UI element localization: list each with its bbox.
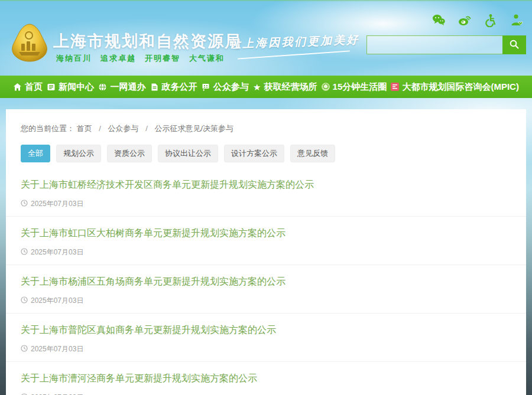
disclosure-icon xyxy=(150,83,159,92)
tab-feedback[interactable]: 意见反馈 xyxy=(290,145,335,162)
breadcrumb-separator: / xyxy=(145,124,148,133)
nav-item-news[interactable]: 新闻中心 xyxy=(47,81,94,93)
content-card: 您的当前位置： 首页 / 公众参与 / 公示征求意见/决策参与 全部 规划公示 … xyxy=(6,109,526,395)
wechat-icon[interactable] xyxy=(432,13,446,27)
clock-icon xyxy=(21,248,28,257)
list-item: 关于上海市漕河泾商务单元更新提升规划实施方案的公示 2025年07月03日 xyxy=(6,362,526,395)
search-input[interactable] xyxy=(366,35,502,54)
site-title: 上海市规划和自然资源局 xyxy=(53,31,242,52)
clock-icon xyxy=(21,345,28,354)
nav-item-participation[interactable]: 公众参与 xyxy=(202,81,249,93)
bureau-seal-logo xyxy=(11,22,48,64)
list-item: 关于上海市虹口区大柏树商务单元更新提升规划实施方案的公示 2025年07月03日 xyxy=(6,217,526,265)
news-icon xyxy=(47,83,56,92)
nav-item-business-premises[interactable]: ★ 获取经营场所 xyxy=(253,81,317,93)
announcement-list: 关于上海市虹桥经济技术开发区商务单元更新提升规划实施方案的公示 2025年07月… xyxy=(6,168,526,395)
tab-agreement-transfer-notice[interactable]: 协议出让公示 xyxy=(158,145,218,162)
date-text: 2025年07月03日 xyxy=(31,344,83,354)
date-text: 2025年07月03日 xyxy=(31,393,83,395)
announcement-date: 2025年07月03日 xyxy=(21,247,511,257)
filter-tabs: 全部 规划公示 资质公示 协议出让公示 设计方案公示 意见反馈 xyxy=(21,145,511,162)
site-motto: 让上海因我们更加美好 xyxy=(229,32,366,52)
breadcrumb-current[interactable]: 公示征求意见/决策参与 xyxy=(154,124,233,133)
announcement-link[interactable]: 关于上海市漕河泾商务单元更新提升规划实施方案的公示 xyxy=(21,373,511,385)
home-icon xyxy=(13,83,22,92)
site-header: 上海市规划和自然资源局 海纳百川 追求卓越 开明睿智 大气谦和 让上海因我们更加… xyxy=(0,0,532,76)
breadcrumb-prefix: 您的当前位置： xyxy=(21,124,74,133)
breadcrumb-separator: / xyxy=(99,124,101,133)
nav-label: 获取经营场所 xyxy=(264,81,317,93)
nav-label: 公众参与 xyxy=(213,81,249,93)
nav-label: 15分钟生活圈 xyxy=(333,81,387,93)
clock-icon xyxy=(21,200,28,208)
nav-item-services[interactable]: 一网通办 xyxy=(98,81,145,93)
announcement-link[interactable]: 关于上海市虹桥经济技术开发区商务单元更新提升规划实施方案的公示 xyxy=(21,179,511,191)
announcement-date: 2025年07月03日 xyxy=(21,393,511,395)
date-text: 2025年07月03日 xyxy=(31,247,83,257)
list-item: 关于上海市虹桥经济技术开发区商务单元更新提升规划实施方案的公示 2025年07月… xyxy=(6,168,526,217)
nav-item-mpic[interactable]: 大都市规划国际咨询会(MPIC) xyxy=(391,81,519,93)
announcement-link[interactable]: 关于上海市普陀区真如商务单元更新提升规划实施方案的公示 xyxy=(21,324,511,337)
motto-underline xyxy=(238,50,350,59)
date-text: 2025年07月03日 xyxy=(31,296,83,306)
breadcrumb: 您的当前位置： 首页 / 公众参与 / 公示征求意见/决策参与 xyxy=(6,109,526,134)
nav-item-disclosure[interactable]: 政务公开 xyxy=(150,81,197,93)
nav-label: 一网通办 xyxy=(110,81,145,93)
tab-design-plan-notice[interactable]: 设计方案公示 xyxy=(224,145,284,162)
announcement-link[interactable]: 关于上海市虹口区大柏树商务单元更新提升规划实施方案的公示 xyxy=(21,227,511,240)
breadcrumb-participation[interactable]: 公众参与 xyxy=(108,124,139,133)
announcement-date: 2025年07月03日 xyxy=(21,199,511,209)
participation-icon xyxy=(202,83,210,92)
nav-item-life-circle[interactable]: 15分钟生活圈 xyxy=(322,81,387,93)
tab-qualification-notice[interactable]: 资质公示 xyxy=(107,145,152,162)
clock-icon xyxy=(21,296,28,305)
nav-label: 首页 xyxy=(25,81,43,93)
accessibility-icon[interactable] xyxy=(484,13,498,27)
nav-label: 大都市规划国际咨询会(MPIC) xyxy=(402,81,519,93)
site-slogan: 海纳百川 追求卓越 开明睿智 大气谦和 xyxy=(56,53,225,64)
date-text: 2025年07月03日 xyxy=(31,199,83,209)
nav-label: 新闻中心 xyxy=(59,81,94,93)
announcement-date: 2025年07月03日 xyxy=(21,296,511,306)
tab-planning-notice[interactable]: 规划公示 xyxy=(56,145,101,162)
life-circle-icon xyxy=(322,83,330,91)
announcement-date: 2025年07月03日 xyxy=(21,344,511,354)
tab-all[interactable]: 全部 xyxy=(21,145,50,162)
breadcrumb-home[interactable]: 首页 xyxy=(77,124,92,133)
star-icon: ★ xyxy=(253,83,261,92)
weibo-icon[interactable] xyxy=(458,13,472,27)
elderly-service-icon[interactable] xyxy=(510,13,524,27)
search-button[interactable] xyxy=(502,35,526,54)
header-search xyxy=(366,35,526,54)
list-item: 关于上海市杨浦区五角场商务单元更新提升规划实施方案的公示 2025年07月03日 xyxy=(6,265,526,314)
quick-icon-bar xyxy=(432,13,524,27)
search-icon xyxy=(509,39,520,51)
main-nav: 首页 新闻中心 一网通办 政务公开 公众参与 ★ 获取经营场所 15分钟生活圈 … xyxy=(0,76,532,98)
mpic-icon xyxy=(391,83,399,91)
announcement-link[interactable]: 关于上海市杨浦区五角场商务单元更新提升规划实施方案的公示 xyxy=(21,276,511,288)
list-item: 关于上海市普陀区真如商务单元更新提升规划实施方案的公示 2025年07月03日 xyxy=(6,314,526,362)
nav-item-home[interactable]: 首页 xyxy=(13,81,43,93)
services-icon xyxy=(98,83,107,92)
nav-label: 政务公开 xyxy=(162,81,197,93)
